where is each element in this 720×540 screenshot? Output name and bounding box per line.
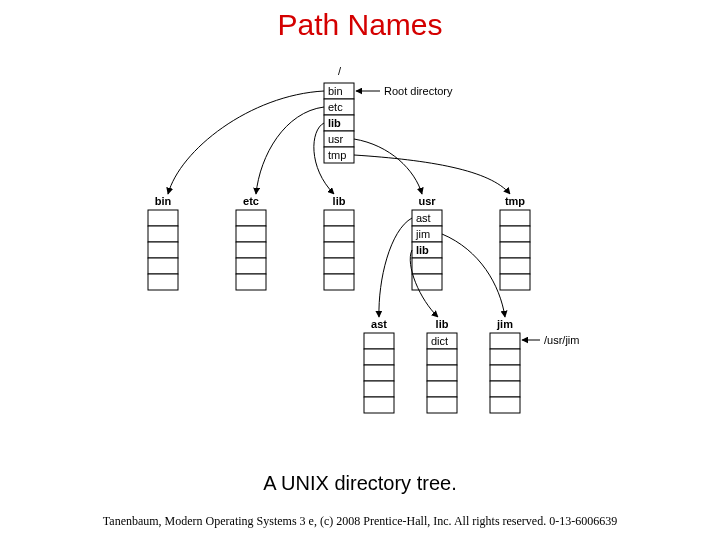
root-slash: / <box>338 65 342 77</box>
arrow-root-usr <box>354 139 422 194</box>
lib2-dir-box: dict <box>427 333 457 413</box>
svg-rect-26 <box>500 226 530 242</box>
tmp-dir-box <box>500 210 530 290</box>
svg-rect-18 <box>324 258 354 274</box>
svg-rect-33 <box>364 381 394 397</box>
svg-rect-5 <box>148 210 178 226</box>
svg-rect-24 <box>412 274 442 290</box>
usrjim-annot-label: /usr/jim <box>544 334 579 346</box>
l2-tmp: tmp <box>505 195 525 207</box>
svg-rect-32 <box>364 365 394 381</box>
usr-entry-ast: ast <box>416 212 431 224</box>
svg-rect-12 <box>236 242 266 258</box>
svg-rect-8 <box>148 258 178 274</box>
svg-rect-25 <box>500 210 530 226</box>
l2-bin: bin <box>155 195 172 207</box>
svg-rect-10 <box>236 210 266 226</box>
svg-rect-16 <box>324 226 354 242</box>
svg-rect-27 <box>500 242 530 258</box>
svg-rect-11 <box>236 226 266 242</box>
jim-dir-box <box>490 333 520 413</box>
etc-dir-box <box>236 210 266 290</box>
svg-rect-41 <box>490 349 520 365</box>
l3-jim: jim <box>496 318 513 330</box>
svg-rect-6 <box>148 226 178 242</box>
svg-rect-30 <box>364 333 394 349</box>
svg-rect-40 <box>490 333 520 349</box>
root-entry-usr: usr <box>328 133 344 145</box>
svg-rect-7 <box>148 242 178 258</box>
root-annot-label: Root directory <box>384 85 453 97</box>
usr-dir-box: ast jim lib <box>412 210 442 290</box>
svg-rect-15 <box>324 210 354 226</box>
svg-rect-36 <box>427 349 457 365</box>
root-entry-bin: bin <box>328 85 343 97</box>
svg-rect-34 <box>364 397 394 413</box>
arrow-root-bin <box>168 91 324 194</box>
svg-rect-14 <box>236 274 266 290</box>
l2-lib: lib <box>333 195 346 207</box>
root-entry-lib: lib <box>328 117 341 129</box>
svg-rect-13 <box>236 258 266 274</box>
svg-rect-44 <box>490 397 520 413</box>
root-entry-tmp: tmp <box>328 149 346 161</box>
svg-rect-17 <box>324 242 354 258</box>
arrow-usr-jim <box>442 234 505 317</box>
l3-ast: ast <box>371 318 387 330</box>
lib-dir-box <box>324 210 354 290</box>
l2-usr: usr <box>418 195 436 207</box>
svg-rect-42 <box>490 365 520 381</box>
svg-rect-43 <box>490 381 520 397</box>
svg-rect-23 <box>412 258 442 274</box>
svg-rect-38 <box>427 381 457 397</box>
svg-rect-9 <box>148 274 178 290</box>
l2-etc: etc <box>243 195 259 207</box>
directory-tree-diagram: / bin etc lib usr tmp Root directory bin… <box>0 0 720 540</box>
svg-rect-37 <box>427 365 457 381</box>
root-entry-etc: etc <box>328 101 343 113</box>
svg-rect-31 <box>364 349 394 365</box>
lib-entry-dict: dict <box>431 335 448 347</box>
ast-dir-box <box>364 333 394 413</box>
usr-entry-lib: lib <box>416 244 429 256</box>
root-dir-box: bin etc lib usr tmp <box>324 83 354 163</box>
svg-rect-39 <box>427 397 457 413</box>
arrow-root-tmp <box>354 155 510 194</box>
arrow-usr-ast <box>379 218 412 317</box>
bin-dir-box <box>148 210 178 290</box>
usr-entry-jim: jim <box>415 228 430 240</box>
svg-rect-19 <box>324 274 354 290</box>
svg-rect-28 <box>500 258 530 274</box>
svg-rect-29 <box>500 274 530 290</box>
l3-lib: lib <box>436 318 449 330</box>
